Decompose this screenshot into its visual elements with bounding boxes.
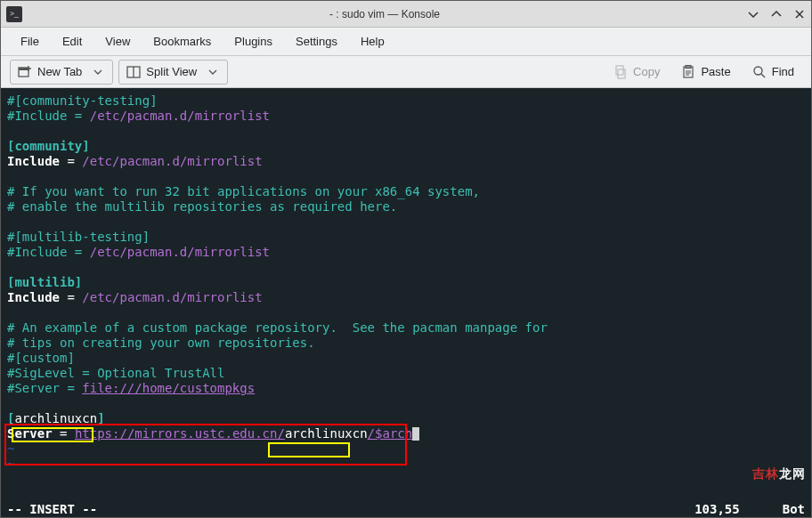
titlebar: - : sudo vim — Konsole bbox=[1, 1, 811, 28]
terminal-viewport[interactable]: #[community-testing] #Include = /etc/pac… bbox=[1, 88, 811, 501]
menu-edit[interactable]: Edit bbox=[52, 29, 93, 53]
konsole-window: - : sudo vim — Konsole File Edit View Bo… bbox=[0, 0, 812, 518]
app-icon bbox=[6, 6, 22, 22]
new-tab-icon bbox=[18, 65, 32, 79]
chevron-down-icon bbox=[91, 65, 105, 79]
menu-plugins[interactable]: Plugins bbox=[223, 29, 283, 53]
vim-mode: -- INSERT -- bbox=[7, 502, 97, 516]
minimize-button[interactable] bbox=[747, 8, 759, 20]
paste-icon bbox=[681, 65, 695, 79]
split-view-label: Split View bbox=[146, 65, 197, 78]
svg-rect-5 bbox=[618, 69, 625, 78]
vim-scroll-position: Bot bbox=[783, 502, 805, 516]
window-controls bbox=[747, 8, 806, 20]
new-tab-button[interactable]: New Tab bbox=[10, 60, 113, 85]
text-cursor bbox=[412, 427, 419, 441]
find-label: Find bbox=[772, 65, 794, 78]
maximize-button[interactable] bbox=[770, 8, 783, 20]
menu-bookmarks[interactable]: Bookmarks bbox=[142, 29, 222, 53]
menu-help[interactable]: Help bbox=[350, 29, 395, 53]
menubar: File Edit View Bookmarks Plugins Setting… bbox=[1, 28, 811, 56]
chevron-down-icon bbox=[206, 65, 220, 79]
svg-point-8 bbox=[754, 67, 762, 75]
copy-icon bbox=[613, 65, 628, 79]
menu-file[interactable]: File bbox=[10, 29, 50, 53]
vim-statusline: -- INSERT -- 103,55 Bot bbox=[1, 501, 811, 517]
menu-view[interactable]: View bbox=[94, 29, 141, 53]
toolbar: New Tab Split View Copy bbox=[1, 56, 811, 88]
menu-settings[interactable]: Settings bbox=[285, 29, 348, 53]
window-title: - : sudo vim — Konsole bbox=[22, 8, 747, 20]
vim-cursor-position: 103,55 bbox=[694, 502, 740, 516]
find-icon bbox=[752, 65, 767, 79]
close-button[interactable] bbox=[793, 8, 806, 20]
svg-line-9 bbox=[761, 74, 765, 77]
terminal-content: #[community-testing] #Include = /etc/pac… bbox=[7, 93, 805, 472]
paste-label: Paste bbox=[701, 65, 730, 78]
copy-button: Copy bbox=[605, 60, 668, 85]
new-tab-label: New Tab bbox=[37, 65, 82, 78]
copy-label: Copy bbox=[633, 65, 660, 78]
svg-rect-4 bbox=[616, 66, 623, 75]
find-button[interactable]: Find bbox=[744, 60, 802, 85]
split-view-icon bbox=[126, 65, 141, 79]
paste-button[interactable]: Paste bbox=[673, 60, 738, 85]
watermark: 吉林龙网 bbox=[752, 466, 806, 482]
split-view-button[interactable]: Split View bbox=[118, 60, 228, 85]
